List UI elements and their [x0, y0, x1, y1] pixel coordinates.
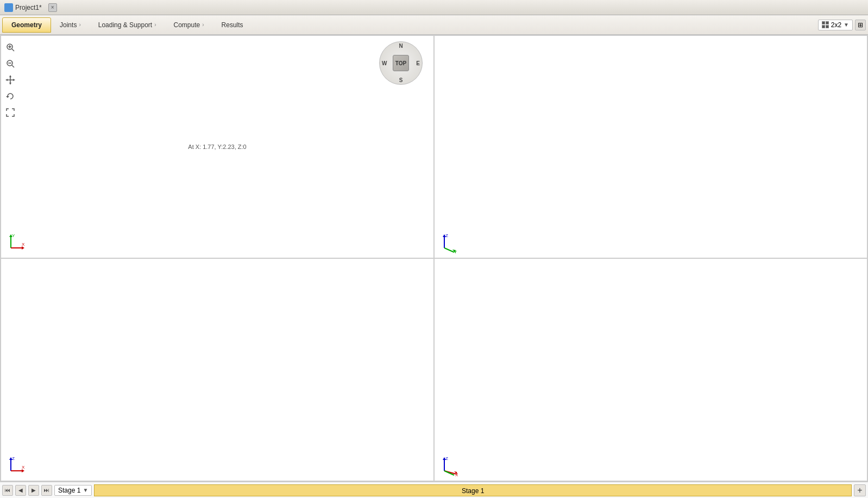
main-area: N S E W TOP At X: 1.77, Y:2.23, Z:0 Y	[0, 35, 868, 482]
tab-compute[interactable]: Compute ›	[165, 17, 213, 33]
grid-2x2-icon	[822, 21, 829, 28]
svg-marker-12	[5, 79, 8, 81]
rotate-button[interactable]	[3, 89, 17, 103]
app-icon	[4, 3, 13, 12]
viewport-bottom-right[interactable]: Z X	[434, 258, 867, 481]
viewport-top-left[interactable]: N S E W TOP At X: 1.77, Y:2.23, Z:0 Y	[1, 35, 434, 258]
svg-line-24	[444, 248, 454, 252]
compass-top-button[interactable]: TOP	[393, 55, 409, 71]
compass-south-label: S	[399, 77, 403, 83]
dropdown-arrow-icon: ▼	[844, 22, 849, 28]
grid-layout-selector[interactable]: 2x2 ▼	[818, 20, 853, 30]
stage-dropdown-arrow: ▼	[83, 487, 88, 493]
stage-label: Stage 1	[94, 484, 852, 496]
settings-button[interactable]: ⊞	[855, 20, 866, 30]
compass-west-label: W	[382, 60, 387, 66]
compass-circle: N S E W TOP	[379, 41, 423, 85]
tab-joints[interactable]: Joints ›	[51, 17, 90, 33]
svg-line-2	[12, 49, 14, 51]
svg-text:X: X	[22, 242, 25, 247]
stage-first-button[interactable]: ⏮	[2, 485, 13, 496]
svg-text:Z: Z	[445, 456, 448, 461]
axis-indicator-bottom-right: Z X	[439, 455, 461, 476]
viewport-toolbar	[3, 40, 17, 120]
svg-line-6	[12, 65, 14, 67]
svg-text:Z: Z	[12, 456, 15, 461]
stage-add-button[interactable]: +	[854, 484, 866, 496]
nav-right-controls: 2x2 ▼ ⊞	[818, 20, 866, 30]
title-bar: Project1* ×	[0, 0, 868, 15]
svg-text:Y: Y	[454, 250, 457, 253]
svg-marker-11	[9, 83, 11, 85]
compass-north-label: N	[399, 43, 402, 49]
stage-next-button[interactable]: ▶	[28, 485, 39, 496]
viewport-grid: N S E W TOP At X: 1.77, Y:2.23, Z:0 Y	[0, 35, 868, 482]
tab-loading-support[interactable]: Loading & Support ›	[90, 17, 165, 33]
window-title: Project1*	[15, 4, 42, 11]
chevron-right-icon: ›	[79, 22, 80, 28]
tab-results[interactable]: Results	[213, 17, 252, 33]
axis-indicator-top-left: Y X	[5, 232, 27, 253]
svg-rect-0	[6, 5, 11, 10]
pan-button[interactable]	[3, 73, 17, 87]
stage-bar: ⏮ ◀ ▶ ⏭ Stage 1 ▼ Stage 1 +	[0, 482, 868, 498]
axis-indicator-top-right: Z Y	[439, 232, 461, 253]
zoom-in-button[interactable]	[3, 40, 17, 54]
stage-prev-button[interactable]: ◀	[15, 485, 26, 496]
zoom-out-button[interactable]	[3, 57, 17, 71]
stage-last-button[interactable]: ⏭	[41, 485, 52, 496]
viewport-top-right[interactable]: Z Y	[434, 35, 867, 258]
tab-geometry[interactable]: Geometry	[2, 17, 51, 33]
viewport-bottom-left[interactable]: Z X	[1, 258, 434, 481]
nav-bar: Geometry Joints › Loading & Support › Co…	[0, 15, 868, 35]
svg-marker-10	[9, 75, 11, 77]
svg-text:Z: Z	[445, 233, 448, 238]
svg-text:X: X	[22, 465, 25, 470]
compass-widget[interactable]: N S E W TOP	[379, 41, 423, 85]
stage-dropdown[interactable]: Stage 1 ▼	[54, 485, 92, 496]
coordinate-display: At X: 1.77, Y:2.23, Z:0	[188, 144, 246, 150]
chevron-right-icon: ›	[154, 22, 156, 28]
chevron-right-icon: ›	[202, 22, 204, 28]
fit-all-button[interactable]	[3, 105, 17, 120]
axis-indicator-bottom-left: Z X	[5, 455, 27, 476]
svg-marker-14	[6, 96, 9, 98]
svg-marker-13	[13, 79, 15, 81]
svg-text:Y: Y	[12, 233, 15, 238]
close-button[interactable]: ×	[48, 3, 57, 12]
compass-east-label: E	[416, 60, 420, 66]
svg-text:X: X	[455, 472, 458, 476]
